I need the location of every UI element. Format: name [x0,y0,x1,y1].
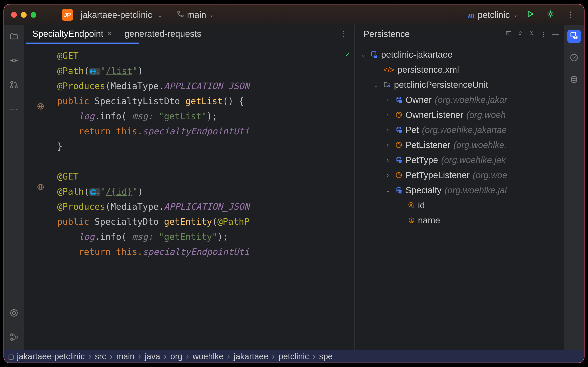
persistence-tree: ⌄ petclinic-jakartaee </> persistence.xm… [354,42,564,350]
debug-button[interactable] [543,10,558,20]
tree-label: petclinic-jakartaee [381,50,453,60]
endpoint-gutter-icon[interactable] [36,183,45,192]
editor-body[interactable]: ✓@GET @Path(🌐⌄"/list") @Produces(MediaTy… [24,44,354,350]
tree-xml-row[interactable]: </> persistence.xml [354,62,564,77]
breadcrumb-item[interactable]: woehlke [193,352,224,361]
tree-module-row[interactable]: ⌄ petclinic-jakartaee [354,47,564,62]
tree-label: petclinicPersistenceUnit [394,80,488,90]
panel-hide-icon[interactable]: — [552,30,559,38]
run-config-selector[interactable]: m petclinic ⌄ [468,10,518,20]
close-window-button[interactable] [11,12,17,18]
panel-collapse-icon[interactable] [529,30,535,38]
minimize-window-button[interactable] [21,12,27,18]
svg-point-5 [11,86,13,88]
persistence-tool-icon [570,31,578,42]
attr-icon: a [408,217,415,224]
breadcrumb-sep: › [311,352,317,361]
svg-point-10 [15,336,17,338]
project-tool-icon[interactable] [9,32,18,43]
endpoint-gutter-icon[interactable] [36,102,45,111]
module-db-icon [370,51,378,58]
tree-entity-row[interactable]: ›PetType (org.woehlke.jak [354,152,564,167]
maximize-window-button[interactable] [31,12,36,18]
branch-name: main [187,10,206,20]
maven-icon: m [468,10,475,20]
listener-icon [395,111,403,118]
vcs-tool-icon[interactable] [9,333,18,343]
tree-entity-row[interactable]: ›PetListener (org.woehlke. [354,137,564,152]
panel-view-mode-icon[interactable] [505,30,512,38]
svg-point-17 [387,85,390,87]
main-area: ⋯ SpecialtyEndpoint ✕ generated-requests [4,25,584,350]
breadcrumb-item[interactable]: spe [319,352,333,361]
editor-tabs: SpecialtyEndpoint ✕ generated-requests ⋮ [24,25,354,42]
persistence-unit-icon [383,81,391,88]
branch-selector[interactable]: main ⌄ [177,10,214,20]
left-toolbar: ⋯ [4,25,24,350]
panel-expand-icon[interactable] [517,30,523,38]
commit-tool-icon[interactable] [9,56,18,67]
url-inlay-icon[interactable]: 🌐⌄ [89,188,101,196]
tree-package: (org.woehlke.jakar [435,95,507,105]
tree-entity-row[interactable]: ›Pet (org.woehlke.jakartae [354,122,564,137]
tabs-more-button[interactable]: ⋮ [335,29,352,39]
tree-package: (org.woehlke. [454,140,507,150]
services-tool-icon[interactable] [9,309,18,319]
gutter [24,44,57,350]
inspection-ok-icon[interactable]: ✓ [345,47,350,61]
breadcrumb-item[interactable]: jakartaee [234,352,268,361]
panel-more-icon[interactable]: ⋮ [540,30,547,38]
persistence-panel: Persistence ⋮ — ⌄ [354,25,564,350]
svg-point-18 [397,97,401,99]
tree-label: PetType [405,155,438,165]
id-attr-icon: a [408,202,415,209]
tree-entity-row[interactable]: ›PetTypeListener (org.woe [354,167,564,183]
project-chevron-icon[interactable]: ⌄ [157,11,162,19]
tree-attr-row[interactable]: a name [354,213,564,228]
run-config-name: petclinic [478,10,510,20]
statusbar: ▢ jakartaee-petclinic › src › main › jav… [4,350,584,363]
tree-label: id [418,200,425,210]
tree-unit-row[interactable]: ⌄ petclinicPersistenceUnit [354,77,564,92]
spring-tool-button[interactable] [567,52,581,65]
tree-label: name [418,215,440,225]
code-content[interactable]: ✓@GET @Path(🌐⌄"/list") @Produces(MediaTy… [57,44,354,350]
persistence-tool-button[interactable] [567,30,581,43]
breadcrumb-item[interactable]: src [95,352,106,361]
tree-package: (org.woeh [466,110,506,120]
svg-point-6 [15,86,17,88]
project-name[interactable]: jakartaee-petclinic [81,10,152,20]
breadcrumb[interactable]: jakartaee-petclinic › src › main › java … [17,352,333,361]
run-config-chevron-icon: ⌄ [513,11,518,19]
tree-entity-row[interactable]: ›OwnerListener (org.woeh [354,107,564,122]
tree-package: (org.woehlke.jal [445,185,507,195]
breadcrumb-item[interactable]: main [116,352,134,361]
tree-label: Specialty [405,185,441,195]
svg-point-21 [397,127,401,129]
tree-package: (org.woe [473,170,507,180]
database-tool-button[interactable] [567,74,581,87]
spring-icon [570,54,578,64]
breadcrumb-item[interactable]: java [145,352,160,361]
svg-point-23 [396,142,402,148]
breadcrumb-item[interactable]: petclinic [278,352,309,361]
module-icon: ▢ [8,353,14,360]
tab-generated-requests[interactable]: generated-requests [118,25,208,42]
tree-attr-row[interactable]: a id [354,198,564,213]
tree-label: Owner [405,95,432,105]
more-actions-button[interactable]: ⋮ [563,10,577,20]
breadcrumb-item[interactable]: jakartaee-petclinic [17,352,85,361]
chevron-down-icon: ⌄ [383,187,392,194]
chevron-down-icon: ⌄ [371,81,380,88]
run-button[interactable] [523,10,538,20]
listener-icon [395,172,403,179]
close-tab-icon[interactable]: ✕ [107,30,112,37]
persistence-header: Persistence ⋮ — [354,25,564,42]
tree-entity-row[interactable]: ›Owner (org.woehlke.jakar [354,92,564,107]
url-inlay-icon[interactable]: 🌐⌄ [89,68,101,75]
more-tool-icon[interactable]: ⋯ [9,104,18,115]
pull-requests-tool-icon[interactable] [9,80,18,91]
breadcrumb-item[interactable]: org [170,352,183,361]
tab-specialty-endpoint[interactable]: SpecialtyEndpoint ✕ [26,25,118,42]
tree-entity-row[interactable]: ⌄Specialty (org.woehlke.jal [354,183,564,198]
